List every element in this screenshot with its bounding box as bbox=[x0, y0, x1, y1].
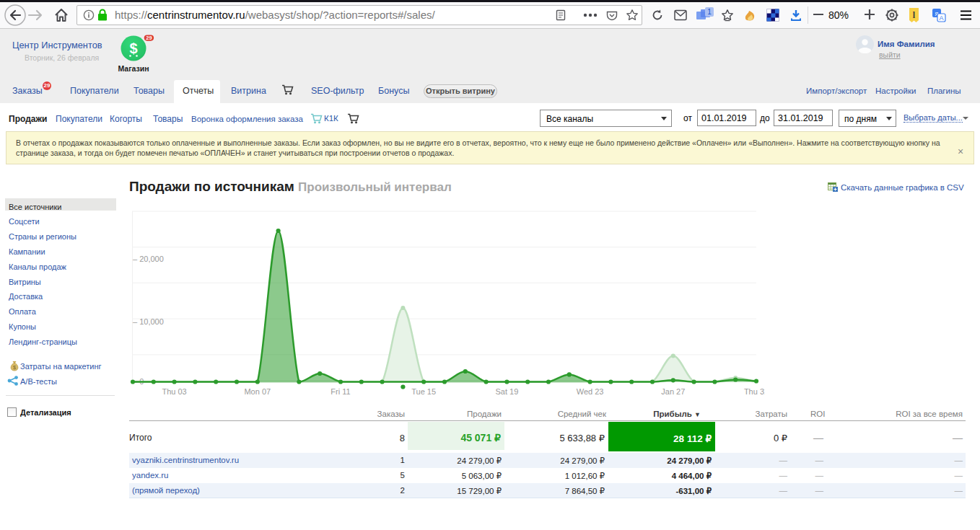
svg-text:Fri 11: Fri 11 bbox=[331, 387, 350, 396]
svg-text:29: 29 bbox=[146, 35, 152, 41]
svg-text:Jan 27: Jan 27 bbox=[661, 387, 685, 396]
svg-text:1: 1 bbox=[707, 8, 712, 16]
svg-text:Wed 23: Wed 23 bbox=[577, 387, 604, 396]
svg-text:Sat 19: Sat 19 bbox=[495, 387, 518, 396]
svg-text:$: $ bbox=[129, 40, 137, 56]
svg-text:Mon 07: Mon 07 bbox=[244, 387, 271, 396]
svg-text:Tue 15: Tue 15 bbox=[411, 387, 436, 396]
svg-text:Thu 03: Thu 03 bbox=[162, 387, 186, 396]
svg-text:Thu 31: Thu 31 bbox=[744, 387, 765, 396]
svg-text:– 10,000: – 10,000 bbox=[133, 317, 164, 326]
svg-text:A: A bbox=[939, 14, 943, 22]
svg-text:– 20,000: – 20,000 bbox=[133, 255, 164, 263]
